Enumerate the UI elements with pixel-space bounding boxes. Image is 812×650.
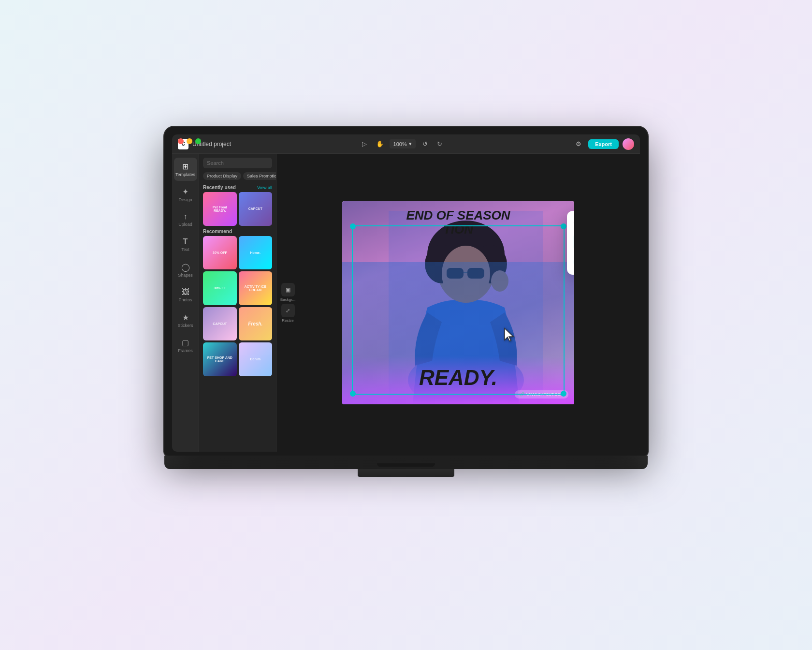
recently-used-header: Recently used View all — [199, 183, 276, 192]
laptop-screen-shell: C Untitled project ▷ ✋ 100% ▾ ↺ ↻ — [164, 127, 648, 456]
redo-button[interactable]: ↻ — [434, 138, 446, 150]
templates-grid-recent: Pet FoodREADY. CAPCUT — [199, 192, 276, 226]
zoom-control[interactable]: 100% ▾ — [390, 139, 416, 148]
topbar-right: ⚙ Export — [573, 138, 634, 150]
laptop-screen-bezel: C Untitled project ▷ ✋ 100% ▾ ↺ ↻ — [172, 134, 640, 452]
cutout-auto-left: ✂ Auto cutout — [574, 256, 574, 268]
end-season-line2: TION — [342, 222, 574, 236]
app-container: C Untitled project ▷ ✋ 100% ▾ ↺ ↻ — [172, 134, 640, 452]
tl-yellow[interactable] — [187, 138, 192, 144]
recently-used-title: Recently used — [203, 185, 236, 190]
tl-green[interactable] — [195, 138, 201, 144]
text-icon: T — [183, 237, 188, 246]
laptop-notch — [377, 463, 435, 467]
laptop-stand — [358, 469, 454, 477]
cursor-tool-icon[interactable]: ▷ — [359, 138, 370, 150]
link-icon: 🔗 — [520, 392, 524, 397]
avatar[interactable] — [623, 138, 634, 150]
shapes-icon: ◯ — [181, 263, 190, 272]
hand-tool-icon[interactable]: ✋ — [374, 138, 386, 150]
topbar-center: ▷ ✋ 100% ▾ ↺ ↻ — [236, 138, 568, 150]
zoom-value: 100% — [393, 141, 407, 147]
upload-icon: ↑ — [184, 212, 188, 221]
laptop-wrapper: C Untitled project ▷ ✋ 100% ▾ ↺ ↻ — [140, 127, 672, 523]
recommend-label: Recommend — [199, 226, 276, 236]
templates-icon: ⊞ — [182, 162, 188, 171]
design-icon: ✦ — [182, 187, 188, 196]
tl-red[interactable] — [178, 138, 184, 144]
cutout-title: Cutout — [574, 219, 574, 226]
side-tool-group-background: ▣ Backgr... — [280, 283, 295, 302]
resize-tool[interactable]: ⤢ — [281, 304, 295, 317]
canvas-area[interactable]: ▣ Backgr... ⤢ Resize — [276, 154, 640, 452]
sidebar-item-stickers[interactable]: ★ Stickers — [174, 309, 197, 332]
cursor-icon — [503, 327, 516, 346]
templates-panel: Product Display Sales Promotion Recently… — [199, 154, 276, 452]
panel-search — [199, 154, 276, 172]
sidebar-item-shapes[interactable]: ◯ Shapes — [174, 258, 197, 281]
sidebar-label-design: Design — [178, 197, 192, 202]
list-item[interactable]: Home. — [239, 236, 273, 270]
list-item[interactable]: CAPCUT — [203, 307, 237, 341]
filter-tab-sales[interactable]: Sales Promotion — [243, 172, 276, 180]
cutout-panel: Cutout × ⬡ ⊘ — [567, 211, 574, 275]
list-item[interactable]: PET SHOP AND CARE — [203, 342, 237, 376]
list-item[interactable]: CAPCUT — [239, 192, 273, 226]
canvas-bottom-text: READY. — [342, 366, 574, 390]
cutout-tool-draw[interactable]: ⬡ — [574, 233, 574, 251]
list-item[interactable]: Denim — [239, 342, 273, 376]
filter-tabs: Product Display Sales Promotion — [199, 172, 276, 183]
search-input[interactable] — [203, 158, 272, 168]
side-tool-group-resize: ⤢ Resize — [280, 304, 295, 323]
sidebar-item-design[interactable]: ✦ Design — [174, 183, 197, 206]
undo-button[interactable]: ↺ — [420, 138, 431, 150]
sidebar-label-photos: Photos — [178, 297, 192, 302]
chevron-down-icon: ▾ — [409, 141, 412, 147]
cutout-auto-row: ✂ Auto cutout — [574, 256, 574, 268]
background-label: Backgr... — [280, 297, 295, 302]
sidebar-label-text: Text — [181, 247, 189, 252]
undo-redo: ↺ ↻ — [420, 138, 446, 150]
list-item[interactable]: Pet FoodREADY. — [203, 192, 237, 226]
sidebar-item-text[interactable]: T Text — [174, 233, 197, 256]
stickers-icon: ★ — [182, 313, 189, 322]
website-text: WWW.CAPCUT.COM — [526, 392, 564, 397]
sidebar-label-frames: Frames — [178, 348, 193, 353]
sidebar-label-shapes: Shapes — [178, 273, 193, 278]
sidebar-icons: ⊞ Templates ✦ Design ↑ Upload T — [172, 154, 199, 452]
traffic-lights — [178, 138, 201, 144]
photos-icon: 🖼 — [182, 288, 189, 296]
view-all-link[interactable]: View all — [257, 185, 272, 190]
sidebar-item-frames[interactable]: ▢ Frames — [174, 334, 197, 357]
main-content: ⊞ Templates ✦ Design ↑ Upload T — [172, 154, 640, 452]
auto-cutout-icon: ✂ — [574, 256, 574, 268]
list-item[interactable]: 30% OFF — [203, 236, 237, 270]
background-tool[interactable]: ▣ — [281, 283, 295, 296]
cutout-header: Cutout × — [574, 218, 574, 227]
laptop-base — [164, 456, 648, 469]
list-item[interactable]: 30% FF — [203, 271, 237, 305]
cutout-tools: ⬡ ⊘ — [574, 233, 574, 251]
canvas-top-text: END OF SEASON TION — [342, 208, 574, 236]
templates-grid-recommend: 30% OFF Home. 30% FF ACTIVITY ICE CREAM — [199, 236, 276, 376]
end-season-line1: END OF SEASON — [342, 208, 574, 222]
website-badge: 🔗 WWW.CAPCUT.COM — [515, 390, 568, 399]
side-tools: ▣ Backgr... ⤢ Resize — [280, 283, 295, 323]
sidebar-label-stickers: Stickers — [177, 323, 193, 328]
settings-icon[interactable]: ⚙ — [573, 138, 584, 150]
sidebar-label-upload: Upload — [178, 222, 192, 227]
sidebar-item-templates[interactable]: ⊞ Templates — [174, 158, 197, 181]
design-canvas: END OF SEASON TION READY. 🔗 WWW.CAPCUT.C… — [342, 201, 574, 404]
sidebar-label-templates: Templates — [175, 172, 195, 177]
topbar: C Untitled project ▷ ✋ 100% ▾ ↺ ↻ — [172, 134, 640, 154]
list-item[interactable]: Fresh. — [239, 307, 273, 341]
resize-label: Resize — [282, 318, 293, 323]
export-button[interactable]: Export — [588, 139, 619, 149]
list-item[interactable]: ACTIVITY ICE CREAM — [239, 271, 273, 305]
filter-tab-product[interactable]: Product Display — [203, 172, 241, 180]
frames-icon: ▢ — [182, 338, 189, 347]
sidebar-item-upload[interactable]: ↑ Upload — [174, 208, 197, 231]
sidebar-item-photos[interactable]: 🖼 Photos — [174, 283, 197, 307]
